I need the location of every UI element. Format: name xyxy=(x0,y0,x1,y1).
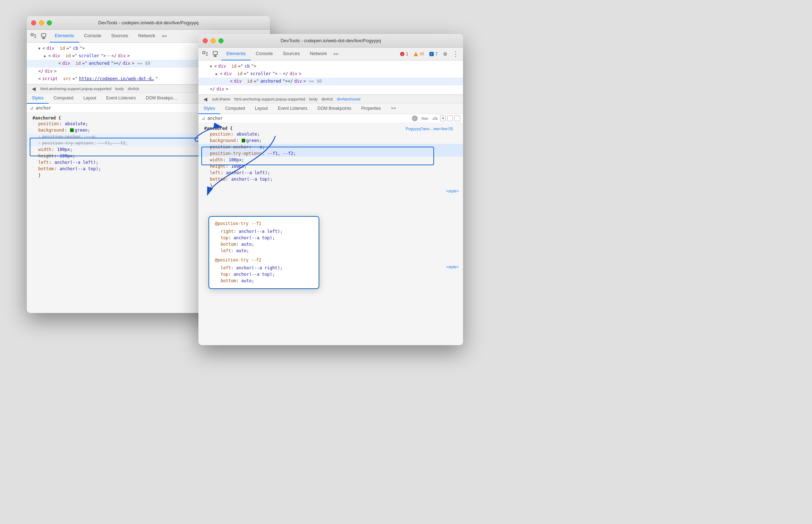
toolbar-tabs-2: Elements Console Sources Network >> xyxy=(221,48,340,60)
tab-event-2[interactable]: Event Listeners xyxy=(273,103,313,114)
warning-badge-2: ! 46 xyxy=(412,51,426,57)
plus-icon-2[interactable]: + xyxy=(440,116,446,121)
warning-icon-try-1: ⚠ xyxy=(38,141,41,145)
devtools-window-2: DevTools - codepen.io/web-dot-dev/live/P… xyxy=(198,34,463,345)
badges-group-2: ✕ 1 ! 46 7 7 xyxy=(398,51,439,57)
svg-rect-0 xyxy=(31,34,33,36)
svg-text:✕: ✕ xyxy=(401,53,404,56)
triangle-icon-21: ▼ xyxy=(210,64,212,69)
tab-event-listeners-1[interactable]: Event Listeners xyxy=(101,93,141,104)
filter-icon-1: ⊿ xyxy=(30,105,34,111)
tab-props-2[interactable]: Properties xyxy=(356,103,386,114)
close-button-1[interactable] xyxy=(31,20,36,25)
tab-dom-breakpoints-1[interactable]: DOM Breakpo… xyxy=(141,93,182,104)
filter-actions-2: :hov .cls + xyxy=(420,116,460,121)
tab-styles-2[interactable]: Styles xyxy=(198,103,220,114)
breadcrumb-back-2[interactable]: ◀ xyxy=(201,95,209,103)
tab-layout-2[interactable]: Layout xyxy=(250,103,273,114)
svg-rect-7 xyxy=(203,52,205,54)
tab-elements-1[interactable]: Elements xyxy=(50,30,79,43)
minimize-button-2[interactable] xyxy=(211,38,216,43)
breadcrumb-item-divcb-1[interactable]: div#cb xyxy=(126,87,141,91)
svg-rect-11 xyxy=(213,52,217,55)
error-badge-2: ✕ 1 xyxy=(398,51,410,57)
close-button-2[interactable] xyxy=(203,38,208,43)
tabs-more-2[interactable]: >> xyxy=(332,52,340,57)
window-title-2: DevTools - codepen.io/web-dot-dev/live/P… xyxy=(281,38,381,43)
breadcrumb-divcb-2[interactable]: div#cb xyxy=(320,97,334,101)
inspect-icon-2[interactable] xyxy=(201,50,209,58)
tab-computed-2[interactable]: Computed xyxy=(220,103,250,114)
css-selector-1: #anchored { xyxy=(33,116,61,121)
filter-clear-2[interactable]: ✕ xyxy=(412,116,418,121)
maximize-button-2[interactable] xyxy=(218,38,223,43)
style-link-1[interactable]: <style> xyxy=(198,189,463,193)
filter-input-2[interactable] xyxy=(207,116,410,121)
css-selector-2: #anchored { xyxy=(204,126,232,131)
css-prop-position-try-2[interactable]: position-try-options: --f1, --f2; xyxy=(198,150,463,157)
css-prop-bottom-2[interactable]: bottom: anchor(--a top); xyxy=(198,176,463,182)
html-line-23[interactable]: <div id="anchored"></div> == $0 xyxy=(198,78,463,85)
breadcrumb-html-2[interactable]: html.anchoring-support.popup-supported xyxy=(233,97,307,101)
device-icon[interactable] xyxy=(40,32,48,40)
title-bar-2: DevTools - codepen.io/web-dot-dev/live/P… xyxy=(198,34,463,48)
css-prop-background-2[interactable]: background: green; xyxy=(198,137,463,144)
more-vert-icon-2[interactable]: ⋮ xyxy=(451,50,460,58)
inspect-icon[interactable] xyxy=(30,32,38,40)
tooltip-prop-left-2: left: anchor(--a right); xyxy=(215,265,313,271)
tooltip-prop-top-1: top: anchor(--a top); xyxy=(215,235,313,241)
breadcrumb-item-html-1[interactable]: html.anchoring-support.popup-supported xyxy=(39,87,113,91)
breadcrumb-divanchored-2[interactable]: div#anchored xyxy=(335,97,362,101)
tab-console-2[interactable]: Console xyxy=(251,48,278,60)
settings-icon-2[interactable]: ⚙ xyxy=(442,50,449,58)
css-prop-width-2[interactable]: width: 100px; xyxy=(198,157,463,163)
cls-button-2[interactable]: .cls xyxy=(431,116,439,121)
breadcrumb-body-2[interactable]: body xyxy=(308,97,319,101)
tooltip-at-rule-1: @position-try --f1 xyxy=(215,221,313,226)
css-prop-position-2[interactable]: position: absolute; xyxy=(198,131,463,137)
tab-dom-2[interactable]: DOM Breakpoints xyxy=(313,103,356,114)
devtools-toolbar-2: Elements Console Sources Network >> ✕ 1 … xyxy=(198,48,463,60)
tooltip-prop-left-1: left: auto; xyxy=(215,248,313,254)
tab-network-2[interactable]: Network xyxy=(305,48,332,60)
css-close-brace-2: } xyxy=(198,182,463,189)
html-line-21[interactable]: ▼ <div id="cb"> xyxy=(198,63,463,70)
breadcrumb-bar-2: ◀ sult-iframe html.anchoring-support.pop… xyxy=(198,95,463,103)
tab-computed-1[interactable]: Computed xyxy=(49,93,78,104)
filter-icon-2: ⊿ xyxy=(201,116,205,121)
toolbar-tabs-1: Elements Console Sources Network >> xyxy=(50,30,168,42)
minimize-button-1[interactable] xyxy=(39,20,44,25)
triangle-icon-2: ▶ xyxy=(44,53,46,59)
hov-button-2[interactable]: :hov xyxy=(420,116,429,121)
tabs-more-1[interactable]: >> xyxy=(160,34,168,39)
breadcrumb-back-1[interactable]: ◀ xyxy=(30,85,38,93)
expand-icon-2[interactable] xyxy=(454,116,460,121)
triangle-icon-22: ▶ xyxy=(216,71,218,77)
title-bar-1: DevTools - codepen.io/web-dot-dev/live/P… xyxy=(27,16,270,30)
tab-network-1[interactable]: Network xyxy=(133,30,161,43)
tab-console-1[interactable]: Console xyxy=(79,30,106,43)
tab-styles-1[interactable]: Styles xyxy=(27,93,49,104)
css-content-2: #anchored { Pogyyyq?ano…iew=live:55 posi… xyxy=(198,123,463,302)
device-icon-2[interactable] xyxy=(211,50,219,58)
maximize-button-1[interactable] xyxy=(47,20,52,25)
tab-layout-1[interactable]: Layout xyxy=(78,93,101,104)
tab-sources-2[interactable]: Sources xyxy=(278,48,305,60)
html-line-22[interactable]: ▶ <div id="scroller"> ⋯ </div> xyxy=(198,70,463,78)
css-prop-position-anchor-2[interactable]: position-anchor: --a; xyxy=(198,144,463,150)
breadcrumb-item-body-1[interactable]: body xyxy=(114,87,126,91)
css-tooltip: @position-try --f1 right: anchor(--a lef… xyxy=(208,216,319,289)
tab-elements-2[interactable]: Elements xyxy=(221,48,251,60)
html-line-24[interactable]: </div> xyxy=(198,85,463,93)
tab-sources-1[interactable]: Sources xyxy=(106,30,133,43)
filter-bar-2: ⊿ ✕ :hov .cls + xyxy=(198,114,463,123)
css-prop-height-2[interactable]: height: 100px; xyxy=(198,163,463,170)
source-link-2[interactable]: Pogyyyq?ano…iew=live:55 xyxy=(406,126,457,131)
copy-icon-2[interactable] xyxy=(447,116,453,121)
traffic-lights-2 xyxy=(203,38,223,43)
css-prop-left-2[interactable]: left: anchor(--a left); xyxy=(198,170,463,176)
window-title-1: DevTools - codepen.io/web-dot-dev/live/P… xyxy=(98,20,198,25)
breadcrumb-result-2[interactable]: sult-iframe xyxy=(211,97,232,101)
html-panel-2: ▼ <div id="cb"> ▶ <div id="scroller"> ⋯ … xyxy=(198,60,463,95)
tab-more-2[interactable]: >> xyxy=(386,103,401,114)
